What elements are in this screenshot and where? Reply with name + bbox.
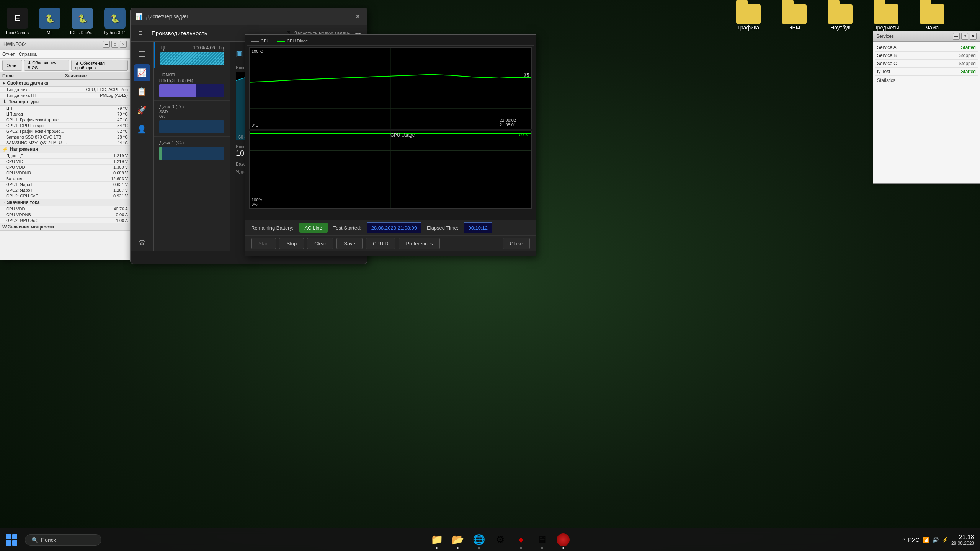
taskbar-pinned-apps: 📁 📂 🌐 ⚙ ♦ 🖥 xyxy=(103,530,897,549)
app-icon-epic[interactable]: E Epic Games xyxy=(2,8,33,35)
svc-statistics-btn[interactable]: Statistics xyxy=(875,76,978,85)
svc-title: Services xyxy=(876,34,894,39)
taskbar-app-files[interactable]: 📁 xyxy=(427,530,446,549)
desktop-icon-evm[interactable]: ЭВМ xyxy=(777,4,812,31)
taskbar-app-8[interactable] xyxy=(554,530,573,549)
app-icon-idle[interactable]: 🐍 IDLE/Dile/s... xyxy=(67,8,98,35)
battery-stop-btn[interactable]: Stop xyxy=(279,238,304,249)
hwinfo-table: ● Свойства датчика Тип датчика CPU, HDD,… xyxy=(0,80,130,255)
legend-cpu: CPU xyxy=(251,39,270,43)
cpu-icon: ▣ xyxy=(236,49,243,58)
hw-row[interactable]: CPU VDDNB 0.688 V xyxy=(0,170,130,176)
systray-volume-icon[interactable]: 🔊 xyxy=(932,537,939,543)
hw-row[interactable]: CPU VDDNB 0.00 A xyxy=(0,212,130,218)
app-icons-area: E Epic Games 🐍 ML 🐍 IDLE/Dile/s... 🐍 Pyt… xyxy=(0,6,134,37)
hw-row[interactable]: GPU1: GPU Hotspot 54 °C xyxy=(0,123,130,129)
tm-sidebar-startup[interactable]: 🚀 xyxy=(134,102,150,119)
app-icon-python[interactable]: 🐍 Python 3.11 xyxy=(100,8,130,35)
hwinfo-section-current: ~ Значения тока xyxy=(0,199,130,206)
tm-minimize-btn[interactable]: — xyxy=(330,12,340,21)
hw-row[interactable]: GPU2: Графический процес... 62 °C xyxy=(0,129,130,134)
hw-row[interactable]: GPU1: Графический процес... 47 °C xyxy=(0,117,130,123)
tm-perf-memory[interactable]: Память 8,6/15,3 ГБ (56%) xyxy=(154,68,230,101)
hwinfo-minimize-btn[interactable]: — xyxy=(103,41,110,48)
hw-row[interactable]: ЦП диод 79 °C xyxy=(0,111,130,117)
taskbar-app-folder[interactable]: 📂 xyxy=(448,530,467,549)
hw-row[interactable]: CPU VDD 46.76 A xyxy=(0,206,130,212)
hw-row[interactable]: GPU2: Ядро ГП 1.287 V xyxy=(0,187,130,193)
taskbar-app-5[interactable]: ⚙ xyxy=(490,530,510,549)
search-icon: 🔍 xyxy=(31,537,38,543)
tm-perf-disk1[interactable]: Диск 1 (С:) xyxy=(154,137,230,163)
tm-hamburger-btn[interactable]: ☰ xyxy=(135,29,146,37)
hw-row[interactable]: ЦП 79 °C xyxy=(0,106,130,111)
battery-close-btn[interactable]: Close xyxy=(503,238,530,249)
start-button[interactable] xyxy=(0,528,23,551)
desktop-icon-grafika[interactable]: Графика xyxy=(731,4,766,31)
hwinfo-otchet-btn[interactable]: Отчет xyxy=(2,60,22,71)
battery-start-btn[interactable]: Start xyxy=(251,238,276,249)
desktop-icon-mama[interactable]: мама xyxy=(915,4,949,31)
tm-sidebar-processes[interactable]: ☰ xyxy=(134,46,150,62)
hwinfo-window: HWiNFO64 — □ ✕ Отчет Справка Отчет ⬇ Обн… xyxy=(0,38,130,260)
hw-row[interactable]: Samsung SSD 870 QVO 1TB 28 °C xyxy=(0,134,130,140)
svc-close-btn[interactable]: ✕ xyxy=(970,33,977,40)
tm-maximize-btn[interactable]: □ xyxy=(342,12,351,21)
desktop-icon-predmety[interactable]: Предметы xyxy=(869,4,903,31)
desktop-icon-noutbuk[interactable]: Ноутбук xyxy=(823,4,858,31)
hw-row[interactable]: GPU1: Ядро ГП 0.631 V xyxy=(0,182,130,187)
battery-preferences-btn[interactable]: Preferences xyxy=(399,238,440,249)
svc-row[interactable]: Service B Stopped xyxy=(875,52,978,60)
hw-row[interactable]: CPU VID 1.219 V xyxy=(0,159,130,165)
hwinfo-title: HWiNFO64 xyxy=(3,42,27,47)
taskbar-app-edge[interactable]: 🌐 xyxy=(469,530,488,549)
usage-graph: 100% 100% 0% CPU Usage xyxy=(249,131,532,209)
tm-sidebar-performance[interactable]: 📈 xyxy=(134,64,150,81)
tm-perf-disk0[interactable]: Диск 0 (D:) SSD 0% xyxy=(154,101,230,137)
systray-overflow-icon[interactable]: ^ xyxy=(902,537,905,543)
taskbar-app-7[interactable]: 🖥 xyxy=(532,530,552,549)
hwinfo-toolbar: Отчет ⬇ Обновления BIOS 🖥 Обновления дра… xyxy=(0,59,130,72)
svc-minimize-btn[interactable]: — xyxy=(953,33,960,40)
systray-language[interactable]: РУС xyxy=(908,536,920,543)
taskbar-search[interactable]: 🔍 Поиск xyxy=(25,534,101,546)
svc-row[interactable]: ty Test Started xyxy=(875,68,978,76)
hw-row[interactable]: Тип датчика CPU, HDD, ACPI, Zen xyxy=(0,87,130,93)
hw-row[interactable]: CPU VDD 1.300 V xyxy=(0,165,130,170)
tm-sidebar-users[interactable]: 👤 xyxy=(134,121,150,137)
systray-power-icon[interactable]: ⚡ xyxy=(942,537,948,543)
svc-row[interactable]: Service C Stopped xyxy=(875,60,978,68)
taskbar-app-6[interactable]: ♦ xyxy=(511,530,531,549)
tm-titlebar: 📊 Диспетчер задач — □ ✕ xyxy=(131,8,367,25)
hwinfo-update-bios-btn[interactable]: ⬇ Обновления BIOS xyxy=(24,60,69,71)
hwinfo-menu-spravka[interactable]: Справка xyxy=(19,52,37,57)
hw-row[interactable]: SAMSUNG MZVLQS12HALU-... 44 °C xyxy=(0,140,130,146)
hw-row[interactable]: Ядро ЦП 1.219 V xyxy=(0,153,130,159)
app-icon-ml[interactable]: 🐍 ML xyxy=(34,8,65,35)
search-label: Поиск xyxy=(41,537,56,543)
svc-maximize-btn[interactable]: □ xyxy=(961,33,968,40)
battery-cpuid-btn[interactable]: CPUID xyxy=(366,238,395,249)
hw-row[interactable]: Тип датчика ГП PMLog (ADL2) xyxy=(0,93,130,98)
tm-sidebar-settings[interactable]: ⚙ xyxy=(134,234,150,251)
hwinfo-close-btn[interactable]: ✕ xyxy=(120,41,127,48)
battery-save-btn[interactable]: Save xyxy=(336,238,363,249)
svc-row[interactable]: Service A Started xyxy=(875,44,978,52)
systray-clock[interactable]: 21:18 28.08.2023 xyxy=(951,534,974,546)
battery-clear-btn[interactable]: Clear xyxy=(307,238,333,249)
tm-title: Диспетчер задач xyxy=(146,13,188,20)
svc-list: Service A Started Service B Stopped Serv… xyxy=(873,42,980,183)
systray-network-icon[interactable]: 📶 xyxy=(923,537,929,543)
systray-time-text: 21:18 xyxy=(951,534,974,541)
hw-row[interactable]: GPU2: GPU SoC 1.00 A xyxy=(0,218,130,223)
tm-sidebar-history[interactable]: 📋 xyxy=(134,83,150,100)
tm-close-btn[interactable]: ✕ xyxy=(353,12,363,21)
hw-row[interactable]: GPU2: GPU SoC 0.931 V xyxy=(0,193,130,199)
hw-row[interactable]: Батарея 12.603 V xyxy=(0,176,130,182)
hwinfo-section-power: W Значения мощности xyxy=(0,223,130,231)
hwinfo-maximize-btn[interactable]: □ xyxy=(111,41,118,48)
tm-perf-cpu[interactable]: ЦП 100% 4,06 ГГц xyxy=(154,42,230,68)
hwinfo-update-drivers-btn[interactable]: 🖥 Обновления драйверов xyxy=(71,60,128,71)
hwinfo-menu-otchet[interactable]: Отчет xyxy=(2,52,15,57)
svc-titlebar: Services — □ ✕ xyxy=(873,31,980,42)
